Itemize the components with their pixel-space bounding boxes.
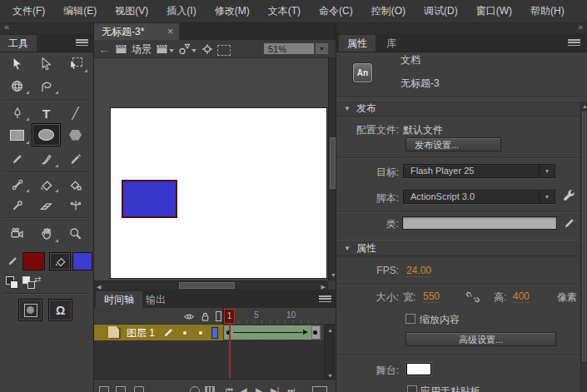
menu-file[interactable]: 文件(F) xyxy=(3,0,54,22)
pasteboard[interactable] xyxy=(94,58,328,280)
layer-visible-dot-icon[interactable] xyxy=(183,331,187,335)
collapse-panel-icon[interactable]: « xyxy=(4,22,8,32)
height-value[interactable]: 400 xyxy=(513,290,530,303)
delete-layer-icon[interactable] xyxy=(134,386,144,392)
zoom-level-field[interactable]: 51% xyxy=(263,42,315,55)
layer-outline-color-swatch[interactable] xyxy=(211,327,218,339)
menu-window[interactable]: 窗口(W) xyxy=(467,0,521,22)
new-folder-icon[interactable] xyxy=(116,386,126,392)
timeline-scrollbar[interactable]: ▲ ▼ xyxy=(324,325,335,381)
go-last-frame-icon[interactable]: ⏭ xyxy=(287,385,295,392)
tab-properties[interactable]: 属性 xyxy=(339,35,376,52)
props-scroll-up-icon[interactable]: ▲ xyxy=(582,102,587,110)
target-dropdown[interactable]: Flash Player 25 ▼ xyxy=(403,164,555,178)
step-forward-icon[interactable]: ▶| xyxy=(271,386,279,392)
apply-to-pasteboard-checkbox[interactable] xyxy=(407,385,417,392)
v-scroll-thumb[interactable] xyxy=(330,137,336,189)
menu-edit[interactable]: 编辑(E) xyxy=(54,0,106,22)
publish-section-header[interactable]: ▼发布 xyxy=(336,100,581,117)
subselection-tool[interactable] xyxy=(32,52,61,75)
canvas-vertical-scrollbar[interactable]: ▼ xyxy=(328,58,336,280)
menu-debug[interactable]: 调试(D) xyxy=(415,0,467,22)
props-scroll-thumb[interactable] xyxy=(582,112,586,361)
fps-value[interactable]: 24.00 xyxy=(406,265,431,277)
layer-name[interactable]: 图层 1 xyxy=(127,326,155,340)
edit-symbols-dropdown-icon[interactable] xyxy=(192,49,196,52)
menu-modify[interactable]: 修改(M) xyxy=(206,0,259,22)
tl-scroll-up-icon[interactable]: ▲ xyxy=(327,326,333,334)
new-layer-icon[interactable] xyxy=(99,386,109,392)
width-value[interactable]: 550 xyxy=(423,290,440,303)
properties-section-header[interactable]: ▼属性 xyxy=(336,240,581,256)
edit-symbols-icon[interactable] xyxy=(178,43,191,55)
selection-tool[interactable] xyxy=(2,52,32,75)
clipboard-bounds-icon[interactable] xyxy=(217,45,231,56)
lock-layers-icon[interactable] xyxy=(200,311,211,322)
stage-color-swatch[interactable] xyxy=(406,363,431,375)
menu-view[interactable]: 视图(V) xyxy=(106,0,157,22)
properties-scrollbar[interactable]: ▲ xyxy=(580,102,587,392)
stroke-color-swatch[interactable] xyxy=(22,252,45,270)
camera-tool[interactable] xyxy=(2,221,32,245)
tab-tools[interactable]: 工具 xyxy=(0,35,37,52)
advanced-settings-button[interactable]: 高级设置... xyxy=(405,332,556,346)
lasso-tool[interactable] xyxy=(32,75,61,97)
menu-help[interactable]: 帮助(H) xyxy=(521,0,574,22)
snap-to-objects-toggle[interactable]: Ω xyxy=(48,299,72,321)
timeline-panel-menu-icon[interactable] xyxy=(319,295,331,303)
class-edit-pencil-icon[interactable] xyxy=(564,217,575,229)
line-tool[interactable]: ╱ xyxy=(61,103,90,123)
close-tab-icon[interactable]: × xyxy=(167,23,173,40)
playhead-marker[interactable]: 1 xyxy=(224,309,235,324)
fill-bucket-icon[interactable] xyxy=(49,252,71,270)
edit-scene-icon[interactable] xyxy=(156,43,168,55)
back-arrow-icon[interactable]: ← xyxy=(98,41,111,57)
tools-panel-menu-icon[interactable] xyxy=(76,39,88,47)
loop-icon[interactable] xyxy=(312,386,327,392)
menu-insert[interactable]: 插入(I) xyxy=(157,0,205,22)
rectangle-tool[interactable] xyxy=(2,123,32,146)
polystar-tool[interactable] xyxy=(61,123,90,146)
width-tool[interactable] xyxy=(61,196,90,216)
zoom-tool[interactable] xyxy=(61,221,90,245)
3d-rotation-tool[interactable] xyxy=(2,75,32,97)
eraser-tool[interactable] xyxy=(32,196,61,216)
collapse-to-icons-icon[interactable]: » xyxy=(578,22,582,32)
edit-multiple-frames-icon[interactable] xyxy=(205,386,215,392)
document-tab[interactable]: 无标题-3* × xyxy=(94,23,179,40)
eyedropper-tool[interactable] xyxy=(2,196,32,216)
menu-control[interactable]: 控制(O) xyxy=(362,0,415,22)
free-transform-tool[interactable] xyxy=(61,52,90,75)
brush-tool[interactable] xyxy=(32,148,61,170)
center-frame-icon[interactable] xyxy=(201,43,213,55)
menu-commands[interactable]: 命令(C) xyxy=(310,0,362,22)
paint-bucket-tool[interactable] xyxy=(32,175,61,195)
layer-lock-dot-icon[interactable] xyxy=(199,331,202,335)
fill-color-swatch[interactable] xyxy=(72,252,92,270)
step-back-icon[interactable]: ◀ xyxy=(241,386,247,392)
oval-tool[interactable] xyxy=(32,123,61,146)
class-input[interactable] xyxy=(402,216,557,230)
paint-brush-tool[interactable] xyxy=(61,148,90,170)
tab-output[interactable]: 输出 xyxy=(137,291,174,308)
text-tool[interactable]: T xyxy=(32,103,61,123)
frames-area[interactable] xyxy=(223,325,324,341)
pencil-tool[interactable] xyxy=(2,148,32,170)
keyframe-dot-end[interactable] xyxy=(313,330,317,335)
target-dropdown-icon[interactable]: ▼ xyxy=(539,165,555,177)
layer-row[interactable]: 图层 1 xyxy=(94,325,223,341)
go-first-frame-icon[interactable]: ⏮ xyxy=(226,385,233,392)
outline-layers-icon[interactable] xyxy=(216,311,221,321)
ink-bottle-tool[interactable] xyxy=(61,175,90,195)
onion-skin-icon[interactable] xyxy=(190,386,200,392)
timeline-empty-area[interactable] xyxy=(94,341,324,379)
bone-tool[interactable] xyxy=(2,175,32,195)
playhead-line[interactable] xyxy=(229,324,231,379)
object-drawing-toggle[interactable] xyxy=(18,299,42,321)
publish-settings-button[interactable]: 发布设置... xyxy=(405,137,501,151)
properties-panel-menu-icon[interactable] xyxy=(568,39,580,47)
tab-timeline[interactable]: 时间轴 xyxy=(96,291,142,308)
pen-tool[interactable] xyxy=(2,103,32,123)
script-dropdown-icon[interactable]: ▼ xyxy=(539,191,555,203)
zoom-dropdown-icon[interactable]: ▼ xyxy=(315,42,329,55)
